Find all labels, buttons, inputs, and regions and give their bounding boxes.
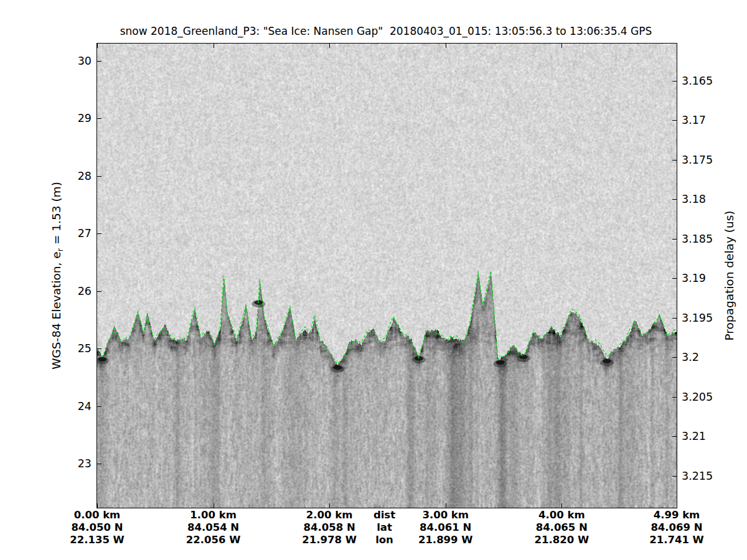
distance-column-lat: 84.069 N bbox=[633, 521, 720, 534]
delay-tick-label: 3.215 bbox=[682, 470, 744, 482]
distance-column-lon: 22.135 W bbox=[54, 534, 141, 546]
distance-column: 1.00 km84.054 N22.056 W bbox=[170, 509, 257, 546]
distance-column-dist: 4.00 km bbox=[518, 509, 605, 521]
distance-column-lon: 21.820 W bbox=[518, 534, 605, 546]
elevation-tick-label: 23 bbox=[0, 457, 92, 470]
distance-column-dist: 1.00 km bbox=[170, 509, 257, 521]
delay-tick-label: 3.195 bbox=[682, 312, 744, 324]
axis-row-headers-lat: lat bbox=[341, 521, 428, 534]
left-axis-label: WGS-84 Elevation, er = 1.53 (m) bbox=[50, 182, 65, 370]
distance-column-lat: 84.065 N bbox=[518, 521, 605, 534]
delay-tick-label: 3.185 bbox=[682, 233, 744, 245]
plot-area bbox=[96, 43, 677, 508]
delay-tick-label: 3.205 bbox=[682, 391, 744, 403]
distance-column-lat: 84.054 N bbox=[170, 521, 257, 534]
distance-column-lat: 84.050 N bbox=[54, 521, 141, 534]
elevation-tick-label: 30 bbox=[0, 55, 92, 67]
delay-tick-label: 3.175 bbox=[682, 154, 744, 166]
distance-column-dist: 4.99 km bbox=[633, 509, 720, 521]
axis-row-headers-lon: lon bbox=[341, 534, 428, 546]
elevation-tick-label: 28 bbox=[0, 170, 92, 182]
distance-column-lon: 21.741 W bbox=[633, 534, 720, 546]
echogram-figure: snow 2018_Greenland_P3: "Sea Ice: Nansen… bbox=[0, 0, 747, 560]
distance-column-lon: 22.056 W bbox=[170, 534, 257, 546]
chart-title: snow 2018_Greenland_P3: "Sea Ice: Nansen… bbox=[81, 25, 691, 37]
elevation-tick-label: 25 bbox=[0, 342, 92, 355]
echogram-canvas bbox=[97, 44, 677, 508]
distance-column: 0.00 km84.050 N22.135 W bbox=[54, 509, 141, 546]
elevation-tick-label: 29 bbox=[0, 112, 92, 124]
elevation-tick-label: 26 bbox=[0, 285, 92, 297]
distance-column: 4.99 km84.069 N21.741 W bbox=[633, 509, 720, 546]
axis-row-headers-dist: dist bbox=[341, 509, 428, 521]
delay-tick-label: 3.19 bbox=[682, 272, 744, 284]
distance-column-dist: 0.00 km bbox=[54, 509, 141, 521]
delay-tick-label: 3.2 bbox=[682, 351, 744, 363]
axis-row-headers: distlatlon bbox=[341, 509, 428, 546]
delay-tick-label: 3.165 bbox=[682, 75, 744, 87]
delay-tick-label: 3.21 bbox=[682, 430, 744, 442]
delay-tick-label: 3.17 bbox=[682, 114, 744, 126]
elevation-tick-label: 27 bbox=[0, 227, 92, 240]
distance-column: 4.00 km84.065 N21.820 W bbox=[518, 509, 605, 546]
left-axis-label-sub: r bbox=[55, 248, 65, 251]
delay-tick-label: 3.18 bbox=[682, 193, 744, 205]
elevation-tick-label: 24 bbox=[0, 400, 92, 413]
